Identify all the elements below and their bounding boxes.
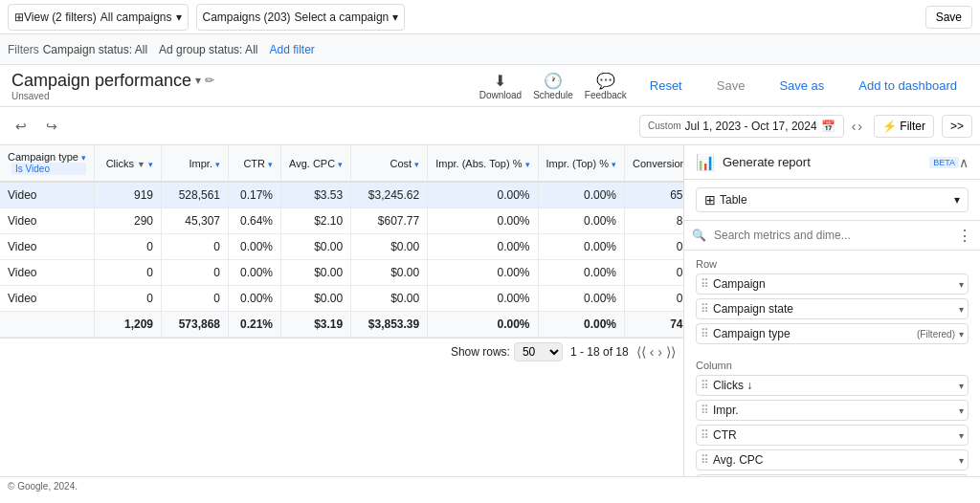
- last-page-button[interactable]: ⟩⟩: [666, 344, 676, 360]
- schedule-button[interactable]: 🕐 Schedule: [533, 72, 573, 100]
- download-icon: ⬇: [494, 72, 506, 90]
- column-section-label: Column: [696, 360, 969, 371]
- edit-button[interactable]: ✏: [205, 74, 214, 87]
- top-save-button[interactable]: Save: [925, 6, 972, 29]
- chevron-down-icon2: ▾: [392, 11, 398, 24]
- table-cell: $3.53: [281, 182, 351, 208]
- title-wrapper: Campaign performance ▾ ✏ Unsaved: [11, 71, 214, 101]
- first-page-button[interactable]: ⟨⟨: [636, 344, 646, 360]
- date-picker[interactable]: Custom Jul 1, 2023 - Oct 17, 2024 📅: [639, 115, 844, 138]
- redo-button[interactable]: ↪: [38, 113, 65, 140]
- table-cell: Video: [0, 234, 95, 260]
- footer-impr-top: 0.00%: [538, 312, 624, 338]
- table-row: Video919528,5610.17%$3.53$3,245.620.00%0…: [0, 182, 683, 208]
- campaign-selector[interactable]: Campaigns (203) Select a campaign ▾: [196, 4, 406, 31]
- column-item[interactable]: ⠿ Clicks ↓ ▾: [696, 375, 969, 396]
- col-campaign-type[interactable]: Campaign type ▾ Is Video: [0, 145, 95, 182]
- col-item-dropdown[interactable]: ▾: [959, 381, 964, 391]
- show-rows-label: Show rows:: [451, 345, 510, 359]
- column-item[interactable]: ⠿ Avg. CPC ▾: [696, 449, 969, 470]
- download-button[interactable]: ⬇ Download: [479, 72, 522, 100]
- view-selector[interactable]: ⊞ View (2 filters) All campaigns ▾: [8, 4, 189, 31]
- metrics-search-input[interactable]: [710, 225, 957, 246]
- beta-badge: BETA: [929, 157, 959, 168]
- select-campaign-label: Select a campaign: [295, 11, 390, 24]
- table-cell: 0: [95, 286, 162, 312]
- type-dropdown[interactable]: ▾: [959, 329, 964, 339]
- column-item[interactable]: ⠿ CTR ▾: [696, 425, 969, 446]
- table-area: Campaign type ▾ Is Video Clicks ▼ ▾ Impr…: [0, 145, 683, 476]
- footer-conversions: 74.07: [625, 312, 684, 338]
- title-chevron[interactable]: ▾: [195, 74, 201, 87]
- col-impr[interactable]: Impr. ▾: [162, 145, 229, 182]
- filter-bar: Filters Campaign status: All Ad group st…: [0, 34, 980, 65]
- report-header[interactable]: 📊 Generate report BETA ∧: [684, 145, 980, 180]
- prev-date-button[interactable]: ‹: [852, 119, 857, 134]
- col-ctr[interactable]: CTR ▾: [229, 145, 281, 182]
- table-cell: 0.00%: [229, 234, 281, 260]
- campaign-dropdown[interactable]: ▾: [959, 279, 964, 290]
- col-conversions[interactable]: Conversions ▾: [625, 145, 684, 182]
- pagination-nav: ⟨⟨ ‹ › ⟩⟩: [636, 344, 676, 360]
- row-item-campaign-type[interactable]: ⠿ Campaign type (Filtered) ▾: [696, 323, 969, 344]
- col-item-label: Clicks ↓: [713, 379, 955, 392]
- prev-page-button[interactable]: ‹: [650, 344, 655, 360]
- google-footer: © Google, 2024.: [0, 476, 980, 495]
- table-header-row: Campaign type ▾ Is Video Clicks ▼ ▾ Impr…: [0, 145, 683, 182]
- state-dropdown[interactable]: ▾: [959, 304, 964, 315]
- add-to-dashboard-button[interactable]: Add to dashboard: [847, 75, 969, 97]
- next-page-button[interactable]: ›: [657, 344, 662, 360]
- table-cell: 0.00%: [428, 182, 538, 208]
- table-cell: 0.00: [625, 286, 684, 312]
- collapse-button[interactable]: ∧: [959, 155, 969, 170]
- next-date-button[interactable]: ›: [858, 119, 862, 134]
- table-cell: $3,245.62: [351, 182, 428, 208]
- table-row: Video000.00%$0.00$0.000.00%0.00%0.000$0.…: [0, 260, 683, 286]
- column-section: Column ⠿ Clicks ↓ ▾⠿ Impr. ▾⠿ CTR ▾⠿ Avg…: [684, 352, 980, 476]
- more-options-button[interactable]: ⋮: [957, 227, 972, 245]
- table-cell: 0.00%: [538, 208, 624, 234]
- col-item-dropdown[interactable]: ▾: [959, 455, 964, 466]
- col-item-dropdown[interactable]: ▾: [959, 405, 964, 416]
- column-item[interactable]: ⠿ Impr. ▾: [696, 400, 969, 421]
- undo-button[interactable]: ↩: [8, 113, 34, 140]
- type-selector[interactable]: ⊞ Table ▾: [696, 187, 969, 212]
- table-cell: $0.00: [281, 234, 351, 260]
- table-cell: 0.00%: [538, 260, 624, 286]
- row-item-campaign[interactable]: ⠿ Campaign ▾: [696, 273, 969, 295]
- expand-button[interactable]: >>: [942, 115, 972, 138]
- drag-icon-campaign: ⠿: [701, 277, 709, 291]
- save-as-button[interactable]: Save as: [768, 75, 835, 97]
- calendar-icon: 📅: [821, 120, 835, 133]
- clicks-filter-icon: ▾: [148, 160, 153, 169]
- col-impr-top[interactable]: Impr. (Top) % ▾: [538, 145, 624, 182]
- column-item[interactable]: ⠿ Cost ▾: [696, 474, 969, 476]
- search-row: 🔍 ⋮: [684, 221, 980, 251]
- impr-filter-icon: ▾: [215, 160, 220, 169]
- page-info: 1 - 18 of 18: [570, 345, 629, 359]
- schedule-icon: 🕐: [544, 72, 563, 90]
- row-item-campaign-state[interactable]: ⠿ Campaign state ▾: [696, 298, 969, 319]
- col-clicks[interactable]: Clicks ▼ ▾: [95, 145, 162, 182]
- ad-group-status-filter[interactable]: Ad group status: All: [159, 43, 257, 56]
- copyright: © Google, 2024.: [8, 481, 78, 492]
- filter-button[interactable]: ⚡ Filter: [874, 115, 934, 138]
- table-label: Table: [720, 193, 747, 207]
- all-campaigns-label: All campaigns: [100, 11, 172, 24]
- rows-per-page-select[interactable]: 50 10 25 100 250: [514, 342, 563, 361]
- feedback-button[interactable]: 💬 Feedback: [585, 72, 627, 100]
- campaign-status-filter[interactable]: Campaign status: All: [43, 43, 147, 56]
- col-impr-abs-top[interactable]: Impr. (Abs. Top) % ▾: [428, 145, 538, 182]
- col-item-label: Avg. CPC: [713, 453, 955, 467]
- col-avg-cpc[interactable]: Avg. CPC ▾: [281, 145, 351, 182]
- reset-button[interactable]: Reset: [638, 75, 694, 97]
- table-body: Video919528,5610.17%$3.53$3,245.620.00%0…: [0, 182, 683, 312]
- drag-icon-type: ⠿: [701, 327, 709, 340]
- footer-ctr: 0.21%: [229, 312, 281, 338]
- table-cell: 0.00%: [538, 182, 624, 208]
- row-label-type: Campaign type: [713, 327, 913, 340]
- col-cost[interactable]: Cost ▾: [351, 145, 428, 182]
- col-item-dropdown[interactable]: ▾: [959, 430, 964, 441]
- add-filter-button[interactable]: Add filter: [269, 43, 314, 56]
- table-cell: 0: [95, 234, 162, 260]
